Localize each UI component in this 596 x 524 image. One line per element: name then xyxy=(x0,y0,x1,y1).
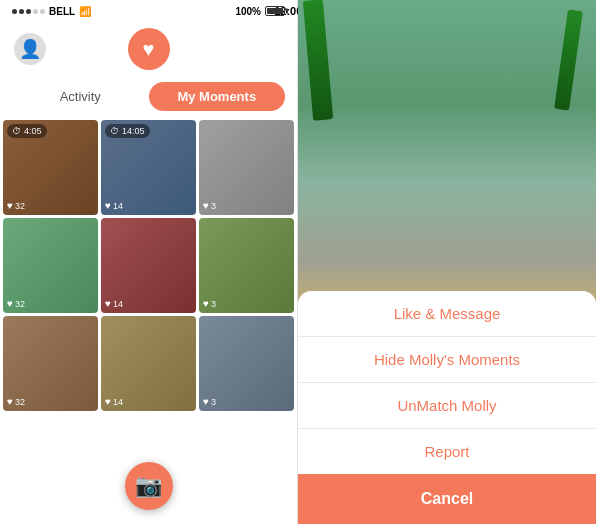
signal-dot-1 xyxy=(12,9,17,14)
action-unmatch-label: UnMatch Molly xyxy=(397,397,496,414)
grid-cell-5[interactable]: ♥ 14 xyxy=(101,218,196,313)
palm-tree-left xyxy=(303,0,333,121)
camera-button[interactable]: 📷 xyxy=(125,462,173,510)
action-hide-moments-label: Hide Molly's Moments xyxy=(374,351,520,368)
action-items-list: Like & Message Hide Molly's Moments UnMa… xyxy=(298,291,596,474)
heart-icon-4: ♥ xyxy=(7,298,13,309)
grid-cell-2[interactable]: ⏱ 14:05 ♥ 14 xyxy=(101,120,196,215)
like-badge-4: ♥ 32 xyxy=(7,298,25,309)
heart-icon-3: ♥ xyxy=(203,200,209,211)
signal-dot-5 xyxy=(40,9,45,14)
like-badge-9: ♥ 3 xyxy=(203,396,216,407)
signal-bars xyxy=(12,9,45,14)
time-badge-2: ⏱ 14:05 xyxy=(105,124,150,138)
tab-activity[interactable]: Activity xyxy=(12,82,149,111)
signal-dot-4 xyxy=(33,9,38,14)
battery-icon xyxy=(265,6,285,16)
grid-cell-1[interactable]: ⏱ 4:05 ♥ 32 xyxy=(3,120,98,215)
right-panel: Like & Message Hide Molly's Moments UnMa… xyxy=(298,0,596,524)
grid-cell-7[interactable]: ♥ 32 xyxy=(3,316,98,411)
like-count-4: 32 xyxy=(15,299,25,309)
action-cancel-button[interactable]: Cancel xyxy=(298,474,596,524)
carrier-label: BELL xyxy=(49,6,75,17)
heart-icon-6: ♥ xyxy=(203,298,209,309)
grid-cell-3[interactable]: ♥ 3 xyxy=(199,120,294,215)
heart-icon-8: ♥ xyxy=(105,396,111,407)
grid-container: ⏱ 4:05 ♥ 32 ⏱ 14:05 ♥ 14 xyxy=(0,117,297,524)
app-header: 👤 ♥ xyxy=(0,22,297,76)
avatar-icon: 👤 xyxy=(19,38,41,60)
photo-grid: ⏱ 4:05 ♥ 32 ⏱ 14:05 ♥ 14 xyxy=(0,117,297,414)
wifi-icon: 📶 xyxy=(79,6,91,17)
grid-cell-8[interactable]: ♥ 14 xyxy=(101,316,196,411)
like-count-3: 3 xyxy=(211,201,216,211)
palm-tree-right xyxy=(554,9,583,110)
clock-icon-2: ⏱ xyxy=(110,126,119,136)
heart-icon-9: ♥ xyxy=(203,396,209,407)
tab-my-moments[interactable]: My Moments xyxy=(149,82,286,111)
like-count-6: 3 xyxy=(211,299,216,309)
status-bar: BELL 📶 12:00 PM 100% xyxy=(0,0,297,22)
grid-cell-4[interactable]: ♥ 32 xyxy=(3,218,98,313)
action-cancel-label: Cancel xyxy=(421,490,473,507)
clock-icon-1: ⏱ xyxy=(12,126,21,136)
like-badge-2: ♥ 14 xyxy=(105,200,123,211)
like-count-2: 14 xyxy=(113,201,123,211)
like-count-7: 32 xyxy=(15,397,25,407)
camera-icon: 📷 xyxy=(135,473,162,499)
like-count-9: 3 xyxy=(211,397,216,407)
app-logo: ♥ xyxy=(128,28,170,70)
status-right: 100% xyxy=(235,6,285,17)
battery-label: 100% xyxy=(235,6,261,17)
action-report-label: Report xyxy=(424,443,469,460)
heart-icon-5: ♥ xyxy=(105,298,111,309)
battery-fill xyxy=(267,8,283,14)
time-badge-1: ⏱ 4:05 xyxy=(7,124,47,138)
signal-dot-2 xyxy=(19,9,24,14)
time-value-1: 4:05 xyxy=(24,126,42,136)
status-left: BELL 📶 xyxy=(12,6,91,17)
like-badge-8: ♥ 14 xyxy=(105,396,123,407)
grid-cell-9[interactable]: ♥ 3 xyxy=(199,316,294,411)
signal-dot-3 xyxy=(26,9,31,14)
time-value-2: 14:05 xyxy=(122,126,145,136)
action-like-message[interactable]: Like & Message xyxy=(298,291,596,337)
action-like-message-label: Like & Message xyxy=(394,305,501,322)
action-report[interactable]: Report xyxy=(298,429,596,474)
heart-icon: ♥ xyxy=(143,38,155,61)
left-panel: BELL 📶 12:00 PM 100% 👤 ♥ Activity My Mom… xyxy=(0,0,298,524)
like-badge-6: ♥ 3 xyxy=(203,298,216,309)
heart-icon-1: ♥ xyxy=(7,200,13,211)
like-badge-5: ♥ 14 xyxy=(105,298,123,309)
like-badge-3: ♥ 3 xyxy=(203,200,216,211)
like-count-8: 14 xyxy=(113,397,123,407)
avatar[interactable]: 👤 xyxy=(14,33,46,65)
heart-icon-7: ♥ xyxy=(7,396,13,407)
tab-activity-label: Activity xyxy=(60,89,101,104)
like-badge-7: ♥ 32 xyxy=(7,396,25,407)
like-count-5: 14 xyxy=(113,299,123,309)
heart-icon-2: ♥ xyxy=(105,200,111,211)
tab-my-moments-label: My Moments xyxy=(177,89,256,104)
action-unmatch[interactable]: UnMatch Molly xyxy=(298,383,596,429)
action-sheet: Like & Message Hide Molly's Moments UnMa… xyxy=(298,291,596,524)
grid-cell-6[interactable]: ♥ 3 xyxy=(199,218,294,313)
like-badge-1: ♥ 32 xyxy=(7,200,25,211)
action-hide-moments[interactable]: Hide Molly's Moments xyxy=(298,337,596,383)
tab-bar: Activity My Moments xyxy=(0,76,297,117)
like-count-1: 32 xyxy=(15,201,25,211)
